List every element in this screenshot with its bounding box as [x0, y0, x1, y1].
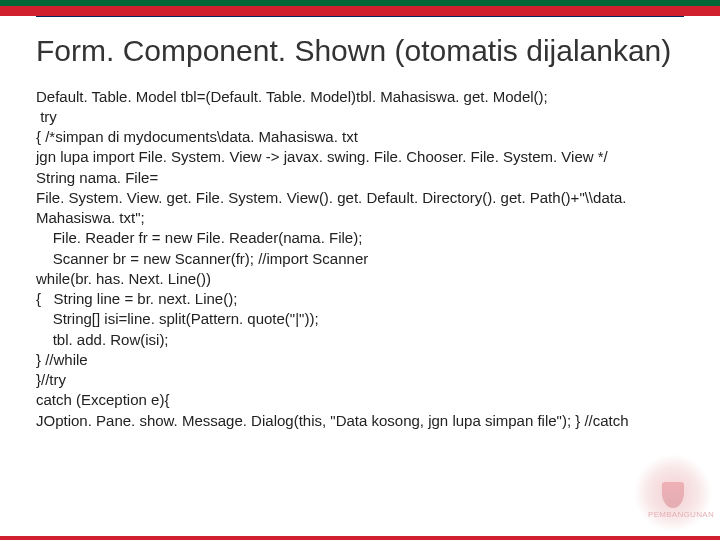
code-line: { String line = br. next. Line();	[36, 289, 684, 309]
code-line: }//try	[36, 370, 684, 390]
code-line: String nama. File=	[36, 168, 684, 188]
red-accent-bar	[0, 6, 720, 16]
code-line: tbl. add. Row(isi);	[36, 330, 684, 350]
bottom-accent-bar	[0, 536, 720, 540]
slide-title: Form. Component. Shown (otomatis dijalan…	[36, 34, 684, 69]
code-line: String[] isi=line. split(Pattern. quote(…	[36, 309, 684, 329]
code-line: File. Reader fr = new File. Reader(nama.…	[36, 228, 684, 248]
code-line: jgn lupa import File. System. View -> ja…	[36, 147, 684, 167]
code-line: JOption. Pane. show. Message. Dialog(thi…	[36, 411, 684, 431]
watermark-label: PEMBANGUNAN	[648, 510, 714, 519]
code-line: } //while	[36, 350, 684, 370]
code-line: { /*simpan di mydocuments\data. Mahasisw…	[36, 127, 684, 147]
code-line: File. System. View. get. File. System. V…	[36, 188, 684, 229]
code-block: Default. Table. Model tbl=(Default. Tabl…	[36, 87, 684, 431]
code-line: while(br. has. Next. Line())	[36, 269, 684, 289]
slide-content: Form. Component. Shown (otomatis dijalan…	[0, 16, 720, 431]
code-line: try	[36, 107, 684, 127]
code-line: catch (Exception e){	[36, 390, 684, 410]
university-watermark: PEMBANGUNAN	[634, 454, 712, 532]
code-line: Default. Table. Model tbl=(Default. Tabl…	[36, 87, 684, 107]
code-line: Scanner br = new Scanner(fr); //import S…	[36, 249, 684, 269]
